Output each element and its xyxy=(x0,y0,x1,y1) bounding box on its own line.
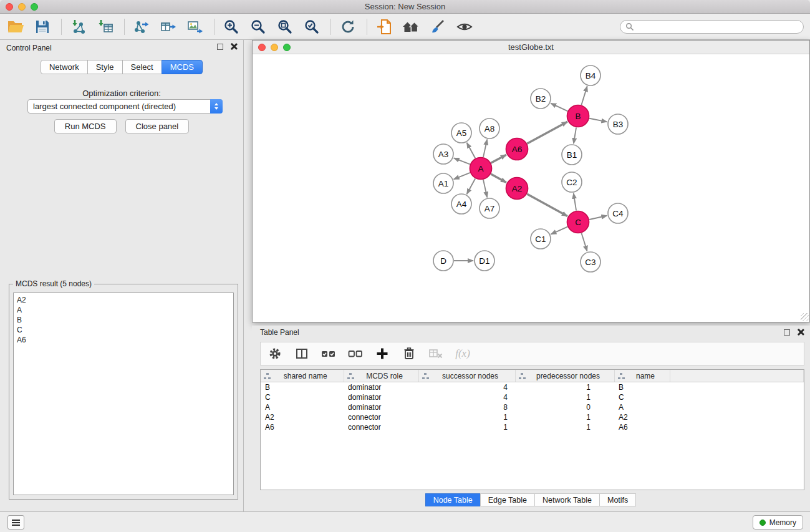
network-window-titlebar[interactable]: testGlobe.txt xyxy=(253,41,809,54)
graph-node-A4[interactable]: A4 xyxy=(451,194,471,214)
column-header-name[interactable]: name xyxy=(614,370,670,382)
refresh-button[interactable] xyxy=(339,17,357,37)
graph-edge-A6-B[interactable] xyxy=(527,122,567,143)
tab-network[interactable]: Network xyxy=(41,60,88,74)
show-panels-button[interactable] xyxy=(7,515,24,530)
graph-node-B4[interactable]: B4 xyxy=(581,65,600,85)
graph-edge-A-A6[interactable] xyxy=(491,155,506,163)
graph-edge-C-C3[interactable] xyxy=(582,233,587,251)
graph-node-B[interactable]: B xyxy=(567,105,589,127)
table-settings-button[interactable] xyxy=(267,346,283,362)
graph-node-A6[interactable]: A6 xyxy=(506,138,528,160)
graph-node-B1[interactable]: B1 xyxy=(562,145,582,165)
result-item[interactable]: C xyxy=(17,325,230,335)
network-close-button[interactable] xyxy=(258,44,266,51)
select-all-button[interactable] xyxy=(321,346,337,362)
column-header-mcds-role[interactable]: MCDS role xyxy=(344,370,418,382)
graph-node-A5[interactable]: A5 xyxy=(451,123,471,143)
close-panel-button[interactable]: Close panel xyxy=(125,119,190,133)
network-graph[interactable]: B4B2BB3A5A8A6B1A3AC2A1A2A4A7C4CC1DD1C3 xyxy=(253,54,809,322)
close-window-button[interactable] xyxy=(6,3,13,11)
close-table-panel-icon[interactable] xyxy=(797,329,804,336)
tab-mcds[interactable]: MCDS xyxy=(162,60,203,74)
graph-node-C[interactable]: C xyxy=(567,211,589,233)
float-table-panel-icon[interactable] xyxy=(784,329,790,336)
tab-motifs[interactable]: Motifs xyxy=(599,493,636,506)
clear-table-button[interactable] xyxy=(428,346,444,362)
zoom-selected-button[interactable] xyxy=(302,17,321,37)
import-network-button[interactable] xyxy=(69,17,88,37)
graph-node-A1[interactable]: A1 xyxy=(433,173,453,193)
graph-edge-A-A1[interactable] xyxy=(454,173,470,179)
graph-edge-A-A2[interactable] xyxy=(491,174,506,183)
result-item[interactable]: A6 xyxy=(17,335,230,345)
graph-node-A[interactable]: A xyxy=(470,158,492,180)
network-zoom-button[interactable] xyxy=(283,44,291,51)
import-table-button[interactable] xyxy=(96,17,115,37)
graph-edge-C-C1[interactable] xyxy=(551,227,567,235)
graph-edge-A2-C[interactable] xyxy=(527,194,567,216)
tab-select[interactable]: Select xyxy=(122,60,162,74)
graph-node-B3[interactable]: B3 xyxy=(608,114,628,134)
result-item[interactable]: B xyxy=(17,315,230,325)
add-column-button[interactable] xyxy=(374,346,390,362)
zoom-out-button[interactable] xyxy=(249,17,268,37)
close-panel-icon[interactable] xyxy=(230,43,237,50)
graph-node-C4[interactable]: C4 xyxy=(608,203,628,223)
minimize-window-button[interactable] xyxy=(18,3,26,11)
resize-grip[interactable] xyxy=(801,313,809,321)
float-panel-icon[interactable] xyxy=(217,44,223,50)
graph-edge-A-A5[interactable] xyxy=(467,143,476,158)
column-header-shared-name[interactable]: shared name xyxy=(261,370,344,382)
graph-edge-B-B3[interactable] xyxy=(589,118,607,122)
open-session-button[interactable] xyxy=(6,17,25,37)
search-input[interactable] xyxy=(637,22,798,31)
home-button[interactable] xyxy=(402,17,420,37)
mcds-result-list[interactable]: A2 A B C A6 xyxy=(13,293,234,495)
table-row[interactable]: Cdominator41C xyxy=(261,392,804,402)
tab-network-table[interactable]: Network Table xyxy=(534,493,600,506)
graph-node-B2[interactable]: B2 xyxy=(531,89,551,109)
graph-edge-A-A4[interactable] xyxy=(467,178,476,194)
graph-node-A7[interactable]: A7 xyxy=(480,198,499,218)
zoom-window-button[interactable] xyxy=(31,3,38,11)
graph-edge-C-C4[interactable] xyxy=(589,216,607,220)
function-builder-button[interactable]: f(x) xyxy=(455,346,471,362)
graph-node-D[interactable]: D xyxy=(433,251,453,271)
network-minimize-button[interactable] xyxy=(271,44,278,51)
tab-node-table[interactable]: Node Table xyxy=(425,493,481,506)
tab-style[interactable]: Style xyxy=(87,60,123,74)
show-hide-button[interactable] xyxy=(455,17,474,37)
search-box[interactable] xyxy=(620,20,804,34)
deselect-all-button[interactable] xyxy=(347,346,364,362)
column-header-successor-nodes[interactable]: successor nodes xyxy=(418,370,515,382)
table-row[interactable]: Adominator80A xyxy=(261,402,804,412)
graph-edge-A-A7[interactable] xyxy=(483,180,487,197)
graph-edge-A-A8[interactable] xyxy=(483,140,487,157)
export-image-button[interactable] xyxy=(186,17,205,37)
result-item[interactable]: A xyxy=(17,305,230,315)
graph-edge-B-B2[interactable] xyxy=(551,104,567,112)
result-item[interactable]: A2 xyxy=(17,295,230,305)
show-columns-button[interactable] xyxy=(294,346,310,362)
graph-node-C3[interactable]: C3 xyxy=(581,252,600,272)
graph-edge-B-B1[interactable] xyxy=(574,127,576,143)
export-table-button[interactable] xyxy=(159,17,178,37)
style-brush-button[interactable] xyxy=(428,17,447,37)
table-row[interactable]: A6connector11A6 xyxy=(261,422,804,432)
graph-node-D1[interactable]: D1 xyxy=(475,251,494,271)
graph-node-A3[interactable]: A3 xyxy=(433,144,453,164)
graph-edge-C-C2[interactable] xyxy=(574,193,576,211)
graph-edge-B-B4[interactable] xyxy=(581,86,587,105)
run-mcds-button[interactable]: Run MCDS xyxy=(54,119,117,133)
save-session-button[interactable] xyxy=(33,17,52,37)
criterion-dropdown[interactable]: largest connected component (directed) xyxy=(27,99,223,114)
table-row[interactable]: A2connector11A2 xyxy=(261,412,804,422)
zoom-in-button[interactable] xyxy=(222,17,241,37)
column-header-predecessor-nodes[interactable]: predecessor nodes xyxy=(515,370,614,382)
delete-column-button[interactable] xyxy=(401,346,417,362)
fit-content-button[interactable] xyxy=(276,17,294,37)
export-network-button[interactable] xyxy=(132,17,151,37)
graph-edge-A-A3[interactable] xyxy=(454,158,470,164)
open-document-button[interactable] xyxy=(375,17,393,37)
